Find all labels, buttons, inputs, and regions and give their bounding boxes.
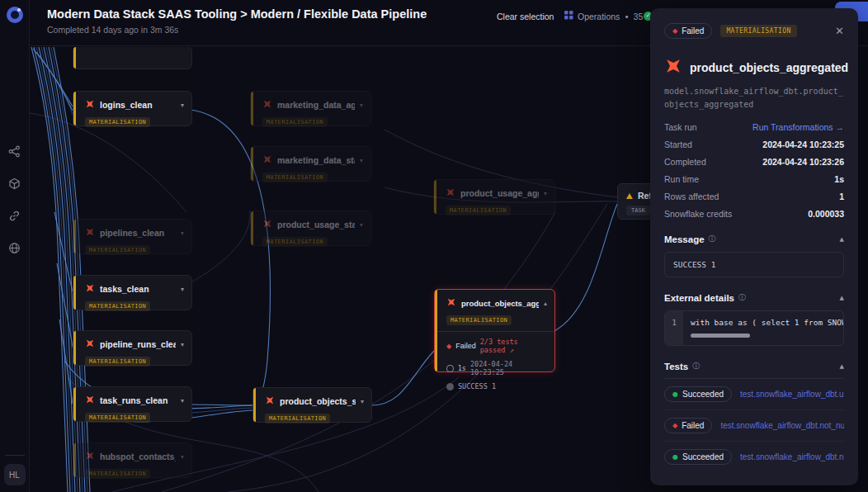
materialisation-badge: MATERIALISATION (446, 206, 511, 215)
dbt-icon (262, 217, 272, 232)
chevron-down-icon[interactable]: ▾ (181, 453, 184, 461)
node-clipped-top[interactable] (73, 47, 192, 69)
detail-label: Task run (664, 122, 697, 132)
operations-counter: Operations • 35 (564, 11, 643, 21)
dbt-icon (446, 296, 456, 310)
node-pipeline_runs_clean[interactable]: pipeline_runs_clean▾MATERIALISATION (73, 330, 192, 366)
collapse-caret-icon[interactable]: ▲ (840, 236, 844, 243)
detail-value: 1 (839, 192, 844, 201)
detail-row: Snowflake credits0.000033 (664, 209, 844, 219)
test-link[interactable]: test.snowflake_airflow_dbt.not_null_pr (740, 452, 844, 461)
materialisation-badge: MATERIALISATION (262, 237, 328, 247)
dbt-icon (262, 153, 272, 168)
node-label: tasks_clean (100, 284, 176, 294)
node-divider (435, 331, 554, 332)
failed-diamond-icon: ◆ (446, 343, 451, 350)
tests-summary-link[interactable]: 2/3 tests passed ↗ (480, 338, 547, 354)
node-marketing_data_staging[interactable]: marketing_data_staging▾MATERIALISATION (250, 146, 371, 182)
status-badge: ◆ Failed (664, 23, 712, 39)
chevron-down-icon[interactable]: ▾ (544, 190, 547, 197)
node-product_usage_aggregated[interactable]: product_usage_aggregated▾MATERIALISATION (433, 179, 555, 215)
chevron-down-icon[interactable]: ▾ (181, 341, 184, 348)
node-status: Failed (455, 342, 476, 350)
node-product_objects_staging[interactable]: product_objects_staging▾MATERIALISATION (252, 387, 372, 423)
chevron-down-icon[interactable]: ▾ (360, 157, 363, 164)
link-icon[interactable] (8, 210, 21, 222)
detail-row: Completed2024-04-24 10:23:26 (664, 157, 844, 167)
test-link[interactable]: test.snowflake_airflow_dbt.unique_pro (740, 390, 844, 399)
panel-subtitle: model.snowflake_airflow_dbt.product_obje… (664, 85, 844, 111)
dbt-icon (85, 281, 95, 296)
test-link[interactable]: test.snowflake_airflow_dbt.not_null_pr (720, 421, 844, 430)
detail-value: 0.000033 (808, 209, 844, 219)
node-label: product_objects_staging (280, 396, 356, 406)
node-marketing_data_aggregated[interactable]: marketing_data_aggregated▾MATERIALISATIO… (250, 91, 371, 126)
details-panel: ◆ Failed MATERIALISATION ✕ product_objec… (650, 8, 858, 485)
detail-row: Rows affected1 (664, 192, 844, 201)
node-pipelines_clean[interactable]: pipelines_clean▾MATERIALISATION (73, 219, 192, 254)
chevron-down-icon[interactable]: ▾ (181, 229, 184, 237)
node-logins_clean[interactable]: logins_clean▾MATERIALISATION (73, 91, 192, 126)
dbt-icon (262, 97, 272, 112)
close-icon[interactable]: ✕ (835, 25, 844, 37)
succeeded-dot-icon: ● (672, 453, 678, 461)
task-type-badge: TASK (626, 206, 650, 215)
chevron-down-icon[interactable]: ▾ (181, 397, 184, 404)
chevron-down-icon[interactable]: ▾ (360, 221, 363, 229)
succeeded-dot-icon: ● (672, 390, 678, 398)
clear-selection-button[interactable]: Clear selection (497, 12, 554, 21)
detail-label: Rows affected (664, 192, 719, 201)
dbt-icon (85, 97, 95, 112)
chevron-up-icon[interactable]: ▴ (544, 300, 547, 307)
materialisation-badge: MATERIALISATION (262, 117, 328, 127)
test-status-badge: ◆Failed (664, 418, 712, 433)
clock-icon (446, 365, 454, 372)
chevron-down-icon[interactable]: ▾ (181, 286, 184, 293)
collapse-caret-icon[interactable]: ▲ (840, 295, 844, 301)
globe-icon[interactable] (8, 242, 21, 254)
detail-row: Started2024-04-24 10:23:25 (664, 140, 844, 149)
code-line-number: 1 (665, 311, 683, 345)
chevron-down-icon[interactable]: ▾ (360, 102, 363, 109)
materialisation-badge: MATERIALISATION (85, 301, 150, 311)
dbt-icon (446, 186, 455, 201)
node-label: product_usage_aggregated (460, 188, 539, 198)
external-details-heading: External details (664, 293, 734, 303)
message-heading: Message (664, 234, 705, 244)
node-product_objects_aggregated-selected[interactable]: product_objects_aggregated ▴ MATERIALISA… (434, 289, 555, 372)
materialisation-badge: MATERIALISATION (85, 117, 150, 127)
detail-value: 2024-04-24 10:23:25 (762, 140, 844, 149)
detail-row: Task runRun Transformations → (664, 122, 844, 132)
materialisation-badge: MATERIALISATION (85, 469, 150, 479)
app-logo-icon[interactable] (7, 7, 23, 23)
node-label: marketing_data_aggregated (277, 100, 355, 110)
sidebar-divider (5, 455, 25, 456)
node-task_runs_clean[interactable]: task_runs_clean▾MATERIALISATION (73, 386, 192, 422)
node-label: hubspot_contacts_clean (100, 452, 176, 461)
info-icon: ⓘ (692, 361, 700, 371)
node-product_usage_staging[interactable]: product_usage_staging▾MATERIALISATION (250, 211, 371, 246)
node-tasks_clean[interactable]: tasks_clean▾MATERIALISATION (73, 275, 192, 310)
test-status-badge: ●Succeeded (664, 386, 732, 402)
node-label: marketing_data_staging (277, 155, 355, 165)
node-label: product_objects_aggregated (461, 299, 539, 308)
detail-value-link[interactable]: Run Transformations → (752, 122, 844, 132)
cube-icon[interactable] (8, 177, 21, 190)
code-line: with base as ( select 1 from SNOWFLAKE (691, 318, 836, 327)
user-avatar[interactable]: HL (4, 464, 26, 485)
test-row: ●Succeededtest.snowflake_airflow_dbt.not… (664, 442, 844, 472)
chevron-down-icon[interactable]: ▾ (181, 102, 184, 109)
dbt-icon (85, 337, 95, 352)
detail-value: 1s (834, 174, 844, 184)
node-hubspot_contacts_clean[interactable]: hubspot_contacts_clean▾MATERIALISATION (73, 442, 192, 478)
chevron-down-icon[interactable]: ▾ (361, 398, 364, 405)
test-row: ●Succeededtest.snowflake_airflow_dbt.uni… (664, 379, 844, 410)
node-label: product_usage_staging (277, 220, 355, 229)
horizontal-scrollbar[interactable] (691, 334, 750, 338)
dbt-icon (265, 394, 275, 409)
pipeline-graph-icon[interactable] (8, 145, 21, 158)
materialisation-badge: MATERIALISATION (446, 315, 512, 325)
collapse-caret-icon[interactable]: ▲ (840, 363, 844, 370)
materialisation-badge: MATERIALISATION (85, 413, 150, 423)
detail-row: Run time1s (664, 174, 844, 184)
